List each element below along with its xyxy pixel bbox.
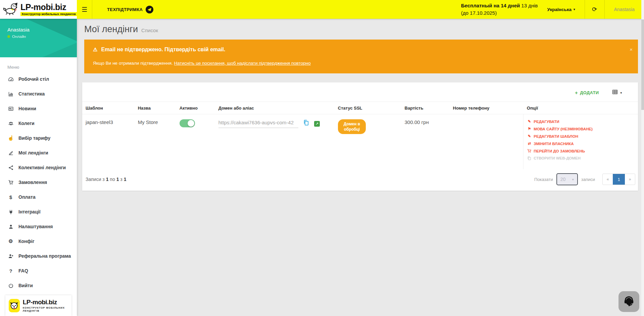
records-info-text: з xyxy=(119,177,123,182)
menu-section-title: Меню xyxy=(0,57,77,72)
sidebar-item-referral[interactable]: Реферальна програма xyxy=(0,249,77,263)
sidebar-item-statistics[interactable]: Статистика xyxy=(0,86,77,101)
language-selector[interactable]: Українська ▾ xyxy=(547,7,575,12)
sidebar-item-dashboard[interactable]: Робочий стіл xyxy=(0,72,77,86)
copy-icon[interactable] xyxy=(303,119,309,128)
site-language-option[interactable]: ⚑ МОВА САЙТУ (НЕЗМІНЮВАНЕ) xyxy=(527,127,635,131)
chevron-down-icon: ▾ xyxy=(574,8,575,11)
online-status-icon xyxy=(7,35,10,38)
column-settings-button[interactable]: ▾ xyxy=(612,89,622,96)
gears-icon: ⚙ xyxy=(7,238,14,244)
page-size-select[interactable]: 20 ▾ xyxy=(556,173,578,185)
top-bar-yellow: ☰ ТЕХПІДТРИМКА Бесплатный на 14 дней 13 … xyxy=(77,0,644,19)
page-1-button[interactable]: 1 xyxy=(613,174,625,185)
hamburger-icon: ☰ xyxy=(82,6,87,13)
dollar-icon: $ xyxy=(7,194,14,200)
sidebar-item-payment[interactable]: $ Оплата xyxy=(0,190,77,204)
warning-icon: ⚠ xyxy=(93,47,97,53)
sidebar-item-label: Конфіг xyxy=(18,239,35,244)
domain-input[interactable]: https://cakawi7636-aupvs-com-42 xyxy=(218,120,298,128)
sidebar-item-label: Налаштування xyxy=(18,224,53,229)
sidebar-item-tariff[interactable]: ☝ Вибір тарифу xyxy=(0,131,77,145)
records-info-number: 1 xyxy=(124,177,127,182)
sidebar-item-faq[interactable]: ? FAQ xyxy=(0,263,77,278)
plus-icon: + xyxy=(575,90,578,96)
top-bar: LP-mobi.biz Конструктор мобильных лендин… xyxy=(0,0,644,19)
records-info-text: по xyxy=(108,177,116,182)
option-label: СТВОРИТИ WEB-ДОМЕН xyxy=(534,156,581,160)
sidebar-item-label: Колеги xyxy=(18,121,35,126)
flag-icon: ⚑ xyxy=(527,127,532,131)
sidebar-footer-logo[interactable]: LP-mobi.biz КОНСТРУКТОР МОБІЛЬНИХ ЛЕНДІН… xyxy=(5,295,71,316)
active-cell xyxy=(176,114,215,170)
sidebar-item-integrations[interactable]: Інтеграції xyxy=(0,204,77,219)
page-subtitle: Список xyxy=(141,27,158,33)
support-chat-button[interactable] xyxy=(618,291,639,312)
domain-cell: https://cakawi7636-aupvs-com-42 ↗ xyxy=(215,114,335,170)
ssl-badge-line1: Домен в xyxy=(344,122,360,126)
brand-title: LP-mobi.biz xyxy=(20,3,66,11)
resend-confirmation-link[interactable]: Натисніть це посилання, щоб надіслати пі… xyxy=(174,61,311,66)
ssl-status-badge: Домен в обробці xyxy=(338,119,366,134)
column-header: Назва xyxy=(135,102,176,114)
main-content: Мої лендінгиСписок ⚠ Email не підтвердже… xyxy=(77,19,644,316)
cart-icon xyxy=(7,180,14,185)
scrollbar-thumb[interactable] xyxy=(641,19,644,110)
menu-toggle-button[interactable]: ☰ xyxy=(77,0,92,19)
sidebar-item-logout[interactable]: Вийти xyxy=(0,278,77,293)
phone-cell xyxy=(450,114,524,170)
column-header: Домен або аліас xyxy=(215,102,335,114)
alert-title-text: Email не підтверджено. Підтвердіть свій … xyxy=(101,47,225,53)
add-label: ДОДАТИ xyxy=(580,90,599,95)
sidebar-item-config[interactable]: ⚙ Конфіг xyxy=(0,234,77,249)
option-label: РЕДАГУВАТИ xyxy=(534,120,559,124)
dog-mascot-icon xyxy=(3,2,18,16)
toggle-knob xyxy=(188,120,194,127)
user-plus-icon xyxy=(7,253,14,259)
active-toggle[interactable] xyxy=(180,119,195,127)
page-title: Мої лендінги xyxy=(84,24,138,34)
brand-logo[interactable]: LP-mobi.biz Конструктор мобильных лендин… xyxy=(0,0,77,19)
external-link-icon[interactable]: ↗ xyxy=(314,121,320,127)
dog-face-icon xyxy=(9,299,20,312)
edit-template-option[interactable]: ✎ РЕДАГУВАТИ ШАБЛОН xyxy=(527,134,635,138)
exchange-icon: ⇄ xyxy=(527,141,532,146)
user-menu[interactable]: Anastasia xyxy=(605,0,644,19)
sidebar-item-collective-landings[interactable]: Колективні лендінги xyxy=(0,160,77,175)
prev-page-button[interactable]: « xyxy=(603,174,613,185)
sidebar-item-orders[interactable]: Замовлення xyxy=(0,175,77,190)
power-icon xyxy=(7,283,14,289)
edit-option[interactable]: ✎ РЕДАГУВАТИ xyxy=(527,119,635,124)
sidebar-item-settings[interactable]: Налаштування xyxy=(0,219,77,234)
ssl-status-cell: Домен в обробці xyxy=(335,114,401,170)
sidebar-item-label: Вийти xyxy=(18,283,33,288)
option-label: ЗМІНИТИ ВЛАСНИКА xyxy=(534,142,574,146)
close-icon[interactable]: × xyxy=(630,47,633,52)
cart-icon xyxy=(527,149,532,153)
column-header: Вартість xyxy=(401,102,450,114)
go-to-orders-option[interactable]: ПЕРЕЙТИ ДО ЗАМОВЛЕНЬ xyxy=(527,149,635,153)
option-label: МОВА САЙТУ (НЕЗМІНЮВАНЕ) xyxy=(534,127,593,131)
scrollbar-track[interactable] xyxy=(641,0,644,316)
options-cell: ✎ РЕДАГУВАТИ ⚑ МОВА САЙТУ (НЕЗМІНЮВАНЕ) … xyxy=(524,114,638,170)
table-footer: Записи з 1 по 1 з 1 Показати 20 ▾ записи… xyxy=(82,169,638,191)
change-owner-option[interactable]: ⇄ ЗМІНИТИ ВЛАСНИКА xyxy=(527,141,635,146)
sidebar-item-label: Оплата xyxy=(18,194,36,200)
edit-icon: ✎ xyxy=(527,119,532,124)
profile-panel: Anastasia Онлайн xyxy=(0,19,77,57)
support-button[interactable]: ТЕХПІДТРИМКА xyxy=(107,6,153,13)
sidebar-item-news[interactable]: Новини xyxy=(0,101,77,116)
refresh-button[interactable]: ⟳ xyxy=(585,0,604,19)
support-label: ТЕХПІДТРИМКА xyxy=(107,7,143,12)
user-icon xyxy=(7,224,14,230)
footer-brand-title: LP-mobi.biz xyxy=(23,299,71,306)
sidebar-item-label: Інтеграції xyxy=(18,209,41,214)
option-label: РЕДАГУВАТИ ШАБЛОН xyxy=(534,134,578,138)
add-landing-button[interactable]: + ДОДАТИ xyxy=(575,90,599,96)
sidebar-item-label: Статистика xyxy=(18,91,45,97)
sidebar-item-my-landings[interactable]: Мої лендінги xyxy=(0,145,77,160)
sidebar-item-colleagues[interactable]: Колеги xyxy=(0,116,77,131)
bar-chart-icon xyxy=(7,91,14,97)
pointing-hand-icon: ☝ xyxy=(7,135,14,141)
next-page-button[interactable]: » xyxy=(625,174,635,185)
